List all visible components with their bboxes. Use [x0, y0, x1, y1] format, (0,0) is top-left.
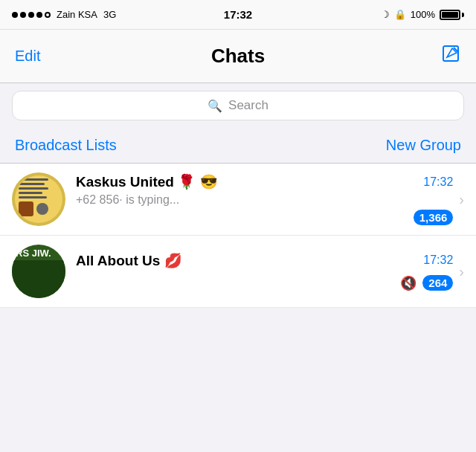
status-bar: Zain KSA 3G 17:32 ☽ 🔒 100%	[0, 0, 476, 30]
broadcast-lists-button[interactable]: Broadcast Lists	[15, 137, 117, 154]
moon-icon: ☽	[381, 9, 390, 20]
edit-button[interactable]: Edit	[15, 48, 40, 65]
unread-badge-allaboutos: 264	[422, 275, 453, 291]
compose-button[interactable]	[442, 45, 461, 68]
chat-preview-kaskus: +62 856· is typing...	[76, 193, 453, 207]
new-group-button[interactable]: New Group	[386, 137, 461, 154]
status-time: 17:32	[224, 8, 252, 21]
chat-meta-allaboutos: 🔇 264	[76, 275, 453, 291]
search-icon: 🔍	[208, 99, 222, 113]
avatar-allaboutos: RS JIW.	[12, 245, 65, 298]
signal-dot-5	[45, 12, 51, 18]
unread-badge-kaskus: 1,366	[414, 210, 454, 225]
signal-dot-3	[28, 12, 34, 18]
chat-time-kaskus: 17:32	[423, 175, 453, 189]
chat-list: Kaskus United 🌹 😎 17:32 +62 856· is typi…	[0, 163, 476, 308]
broadcast-row: Broadcast Lists New Group	[0, 128, 476, 163]
chat-content-allaboutos: All About Us 💋 17:32 🔇 264	[76, 252, 453, 291]
status-left: Zain KSA 3G	[12, 9, 116, 20]
signal-dot-2	[20, 12, 26, 18]
chat-name-kaskus: Kaskus United 🌹 😎	[76, 173, 218, 190]
avatar-kaskus	[12, 172, 65, 226]
page-title: Chats	[211, 45, 265, 68]
search-placeholder: Search	[228, 98, 268, 113]
signal-dots	[12, 12, 51, 18]
avatar-lines	[19, 178, 48, 198]
battery-indicator	[440, 10, 464, 20]
chat-item-kaskus[interactable]: Kaskus United 🌹 😎 17:32 +62 856· is typi…	[0, 164, 476, 236]
signal-dot-4	[36, 12, 42, 18]
carrier-label: Zain KSA	[57, 9, 97, 20]
signal-dot-1	[12, 12, 18, 18]
network-label: 3G	[103, 9, 116, 20]
chat-content-kaskus: Kaskus United 🌹 😎 17:32 +62 856· is typi…	[76, 173, 453, 225]
mute-icon-allaboutos: 🔇	[400, 275, 416, 291]
chat-header-kaskus: Kaskus United 🌹 😎 17:32	[76, 173, 453, 190]
avatar-building	[12, 260, 65, 298]
chevron-icon-kaskus: ›	[459, 191, 464, 208]
compose-icon	[442, 45, 461, 64]
battery-label: 100%	[411, 9, 435, 20]
nav-bar: Edit Chats	[0, 30, 476, 83]
avatar-rs-text: RS JIW.	[12, 245, 51, 258]
lock-icon: 🔒	[394, 9, 406, 20]
status-right: ☽ 🔒 100%	[381, 9, 464, 20]
search-section: 🔍 Search	[0, 83, 476, 128]
chat-meta-kaskus: 1,366	[76, 210, 453, 225]
chat-time-allaboutos: 17:32	[423, 254, 453, 267]
chat-item-allaboutos[interactable]: RS JIW. All About Us 💋 17:32 🔇 264 ›	[0, 236, 476, 308]
chat-name-allaboutos: All About Us 💋	[76, 252, 182, 269]
chat-header-allaboutos: All About Us 💋 17:32	[76, 252, 453, 269]
chevron-icon-allaboutos: ›	[459, 263, 464, 280]
search-bar[interactable]: 🔍 Search	[12, 91, 464, 120]
